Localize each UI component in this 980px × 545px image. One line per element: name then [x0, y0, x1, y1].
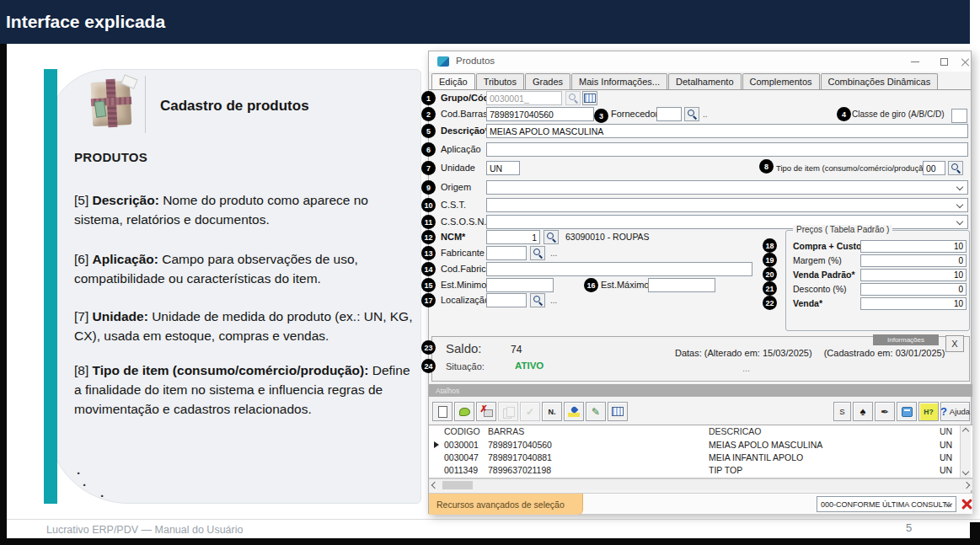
- tipo-item-search-button[interactable]: [948, 161, 963, 175]
- table-row-cell[interactable]: 0030047: [444, 451, 479, 464]
- table-view-button[interactable]: [608, 402, 628, 421]
- recursos-avancados-tab[interactable]: Recursos avançados de seleção: [429, 494, 583, 515]
- vertical-scrollbar[interactable]: [960, 425, 971, 478]
- callout-10: 10: [421, 198, 436, 212]
- csosn-select[interactable]: [486, 215, 968, 229]
- open-icon: [459, 408, 470, 416]
- margem-input[interactable]: [860, 254, 967, 267]
- ink-button[interactable]: [564, 402, 584, 421]
- tab-combinacoes-dinamicas[interactable]: Combinações Dinâmicas: [821, 73, 939, 89]
- col-un[interactable]: UN: [940, 425, 952, 438]
- origem-select[interactable]: [486, 180, 968, 195]
- maximize-button[interactable]: [929, 51, 958, 72]
- phonebook-button[interactable]: [897, 402, 917, 421]
- table-row-cell[interactable]: UN: [940, 464, 952, 477]
- cst-select[interactable]: [486, 198, 968, 212]
- tab-grades[interactable]: Grades: [525, 73, 570, 89]
- callout-24: 24: [421, 359, 436, 373]
- unidade-label: Unidade: [441, 161, 475, 175]
- grupo-input[interactable]: [486, 91, 562, 105]
- fabricante-input[interactable]: [486, 246, 527, 260]
- descricao-input[interactable]: [486, 124, 968, 138]
- aplicacao-input[interactable]: [486, 142, 968, 157]
- row-selector-icon: [434, 441, 439, 448]
- fornecedor-search-button[interactable]: [684, 107, 699, 121]
- tab-complementos[interactable]: Complementos: [742, 73, 820, 89]
- classe-giro-input[interactable]: [951, 109, 967, 123]
- clear-filter-button[interactable]: [960, 497, 973, 510]
- cod-barras-input[interactable]: [486, 107, 594, 121]
- informacoes-button[interactable]: Informações: [873, 334, 939, 345]
- consulta-dropdown[interactable]: 000-CONFORME ÚLTIMA CONSULTA: [817, 496, 956, 512]
- delete-record-button[interactable]: [476, 402, 496, 421]
- scroll-up-icon[interactable]: [962, 428, 969, 435]
- s-button[interactable]: S: [833, 402, 851, 421]
- fabricante-search-button[interactable]: [530, 246, 545, 260]
- manual-slide: Interface explicada Lucrativo ERP/PDV — …: [0, 0, 980, 545]
- unidade-input[interactable]: [486, 161, 520, 175]
- spade-button[interactable]: [853, 402, 873, 421]
- desconto-label: Desconto (%): [793, 283, 847, 296]
- window-titlebar[interactable]: Produtos: [429, 51, 971, 72]
- table-row-cell[interactable]: UN: [940, 451, 952, 464]
- tab-tributos[interactable]: Tributos: [476, 73, 524, 89]
- grupo-grid-button[interactable]: [582, 91, 597, 105]
- explanation-item-5: [5] Descrição: Nome do produto como apar…: [74, 190, 415, 229]
- tab-mais-informacoes[interactable]: Mais Informações...: [571, 73, 667, 89]
- atalhos-label: Atalhos: [436, 387, 459, 395]
- descricao-label: Descrição*: [441, 124, 489, 138]
- table-row-cell[interactable]: MEIA INFANTIL APOLO: [709, 451, 803, 464]
- produtos-window: Produtos Edição Tributos Grades Mais Inf…: [428, 51, 972, 514]
- table-row-cell[interactable]: 7898917040560: [488, 439, 552, 451]
- tab-detalhamento[interactable]: Detalhamento: [668, 73, 742, 89]
- col-codigo[interactable]: CODIGO: [444, 425, 480, 438]
- scrollbar-thumb[interactable]: [442, 481, 473, 489]
- precos-legend: Preços ( Tabela Padrão ): [793, 225, 892, 234]
- scroll-down-icon[interactable]: [962, 468, 969, 475]
- localizacao-input[interactable]: [486, 293, 527, 307]
- col-barras[interactable]: BARRAS: [488, 425, 524, 438]
- cod-fabrica-input[interactable]: [486, 262, 752, 276]
- pen-tool-button[interactable]: [875, 402, 895, 421]
- col-descricao[interactable]: DESCRICAO: [709, 425, 761, 438]
- table-row-cell[interactable]: 0011349: [444, 464, 478, 477]
- scroll-right-icon[interactable]: [963, 482, 970, 489]
- callout-18: 18: [763, 238, 777, 253]
- ajuda-button[interactable]: Ajuda: [940, 402, 970, 421]
- open-record-button[interactable]: [454, 402, 474, 421]
- scroll-left-icon[interactable]: [431, 482, 438, 489]
- pen-icon: [592, 406, 600, 418]
- new-record-button[interactable]: [432, 402, 453, 421]
- est-minimo-input[interactable]: [486, 278, 554, 292]
- table-row-cell[interactable]: TIP TOP: [709, 464, 742, 477]
- panel-close-button[interactable]: X: [945, 335, 964, 352]
- est-maximo-input[interactable]: [648, 278, 715, 292]
- edit-pen-button[interactable]: [586, 402, 606, 421]
- fornecedor-input[interactable]: [656, 107, 682, 121]
- tipo-item-input[interactable]: [923, 161, 945, 175]
- table-row-cell[interactable]: MEIAS APOLO MASCULINA: [709, 439, 822, 451]
- n-button[interactable]: N.: [542, 402, 562, 421]
- callout-4: 4: [837, 107, 851, 121]
- table-row-cell[interactable]: 7898917040881: [488, 451, 552, 464]
- close-button[interactable]: [958, 51, 972, 72]
- table-row-cell[interactable]: 0030001: [444, 439, 479, 451]
- ncm-input[interactable]: [486, 230, 540, 244]
- table-row-cell[interactable]: 7899637021198: [488, 464, 551, 477]
- minimize-button[interactable]: [901, 51, 929, 72]
- ncm-search-button[interactable]: [544, 230, 559, 244]
- horizontal-scrollbar[interactable]: [429, 478, 972, 490]
- chevron-down-icon: [956, 218, 963, 225]
- h-help-button[interactable]: H?: [918, 402, 939, 421]
- venda-padrao-input[interactable]: [860, 269, 967, 281]
- tab-edicao[interactable]: Edição: [431, 73, 475, 90]
- copy-record-button[interactable]: [498, 402, 518, 421]
- confirm-button[interactable]: [520, 402, 540, 421]
- compra-custos-input[interactable]: [860, 240, 967, 253]
- desconto-input[interactable]: [860, 283, 967, 296]
- grupo-search-button[interactable]: [565, 91, 581, 105]
- table-row-cell[interactable]: UN: [940, 439, 952, 451]
- venda-input[interactable]: [860, 297, 967, 310]
- localizacao-search-button[interactable]: [530, 293, 545, 307]
- saldo-value: 74: [511, 344, 522, 355]
